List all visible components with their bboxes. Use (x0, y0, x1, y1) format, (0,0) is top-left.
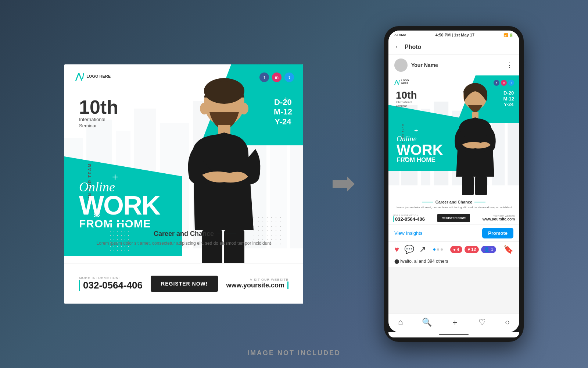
flyer-visit-label: VISIT OUR WEBSITE (226, 278, 288, 282)
flyer-teal-underline (108, 222, 127, 223)
phone-bottom-nav: ⌂ 🔍 ＋ ♡ ○ (388, 314, 519, 332)
phone-comment-icon[interactable]: 💬 (404, 245, 414, 254)
flyer-phone-number: 032-0564-406 (79, 280, 143, 291)
phone-flyer-logo-icon: ⋀/ (394, 79, 400, 85)
arrow-icon (333, 177, 355, 191)
phone-username: Your Name (411, 62, 438, 68)
phone-career-section: Career and Chance Lorem ipsum dolor sit … (388, 197, 519, 212)
phone-dot-2 (437, 248, 439, 251)
svg-marker-19 (333, 177, 355, 191)
flyer-website-block: VISIT OUR WEBSITE www.yoursite.com (226, 278, 288, 289)
phone-heart-count: 12 (471, 247, 476, 252)
phone-liked-by: ⬤ lwaito, al and 394 others (388, 257, 519, 267)
phone-bottom-bar: MORE INFORMATION: 032-0564-406 REGISTER … (388, 212, 519, 225)
flyer-career-desc: Lorem ipsum dolor sit amet, consectetur … (92, 240, 276, 247)
flyer-website-url: www.yoursite.com (226, 282, 288, 289)
flyer-work-text: WORK (79, 194, 160, 217)
phone-phone-block: MORE INFORMATION: 032-0564-406 (393, 214, 425, 222)
phone-flyer-event: 10th InternationalSeminar (396, 90, 417, 108)
flyer-event-info: 10th International Seminar (79, 98, 118, 129)
phone-action-bar: ♥ 💬 ↗ ● 4 ♥ 12 (388, 242, 519, 257)
flyer-card: ⋀/ LOGO HERE »»»» f in t + 10th Internat… (64, 64, 303, 304)
phone-comment-icon-small: ● (453, 247, 456, 252)
phone-back-icon[interactable]: ← (394, 43, 401, 51)
phone-flyer-chevrons-bottom: »» (404, 155, 407, 160)
phone-nav-heart[interactable]: ♡ (478, 318, 486, 327)
phone-user-badge: 👤 1 (481, 246, 496, 253)
flyer-logo-text: LOGO HERE (86, 74, 111, 79)
flyer-logo-icon: ⋀/ (75, 72, 84, 81)
phone-website-block: VISIT OUR WEBSITE www.yoursite.com (483, 215, 515, 221)
phone-user-icon-small: 👤 (484, 247, 490, 252)
phone-app-title: Photo (405, 44, 421, 50)
phone-dot-3 (441, 248, 443, 251)
phone-flyer-plus: + (414, 127, 418, 135)
phone-website-url: www.yoursite.com (483, 217, 515, 221)
phone-time: 4:50 PM | 1st May 17 (435, 33, 474, 37)
phone-heart-icon[interactable]: ♥ (394, 245, 399, 254)
phone-comment-badge: ● 4 (450, 246, 462, 253)
main-container: ⋀/ LOGO HERE »»»» f in t + 10th Internat… (64, 26, 524, 342)
phone-flyer-logo-text: LOGOHERE (401, 79, 409, 85)
phone-status-icons: 📶 🔋 (503, 33, 513, 37)
phone-status-bar: ALAMA 4:50 PM | 1st May 17 📶 🔋 (388, 31, 519, 39)
flyer-from-home-text: FROM HOME (79, 217, 160, 230)
flyer-logo: ⋀/ LOGO HERE (75, 72, 111, 81)
phone-home-indicator (388, 332, 519, 337)
flyer-register-button[interactable]: REGISTER NOW! (151, 276, 218, 292)
phone-network: ALAMA (394, 33, 406, 37)
flyer-career-title: Career and Chance (92, 230, 276, 238)
phone-career-title: Career and Chance (394, 200, 513, 204)
phone-insights-bar: View Insights Promote (388, 225, 519, 242)
flyer-event-number: 10th (79, 98, 118, 117)
svg-point-17 (200, 103, 209, 114)
arrow-container (333, 177, 355, 191)
phone-person-figure (438, 81, 512, 197)
phone-dot-1 (433, 248, 435, 251)
phone-share-icon[interactable]: ↗ (419, 245, 426, 254)
phone-register-button[interactable]: REGISTER NOW! (437, 214, 470, 222)
flyer-chevrons-bottom: »» (94, 211, 99, 219)
phone-flyer-event-number: 10th (396, 90, 417, 100)
phone-mockup: ALAMA 4:50 PM | 1st May 17 📶 🔋 ← Photo Y… (384, 26, 524, 342)
flyer-bottom-bar: MORE INFORMATION: 032-0564-406 REGISTER … (64, 263, 303, 304)
phone-promote-button[interactable]: Promote (482, 228, 513, 238)
phone-nav-home[interactable]: ⌂ (398, 318, 403, 327)
phone-nav-search[interactable]: 🔍 (422, 318, 432, 327)
phone-phone-number: 032-0564-406 (393, 216, 425, 222)
svg-rect-30 (462, 177, 474, 195)
phone-heart-badge: ♥ 12 (465, 246, 479, 253)
phone-action-left: ♥ 💬 ↗ (394, 245, 426, 254)
phone-career-desc: Lorem ipsum dolor sit amet, consectetur … (394, 205, 513, 209)
phone-user-count: 1 (491, 247, 493, 252)
phone-nav-profile[interactable]: ○ (505, 318, 510, 327)
bottom-caption: IMAGE NOT INCLUDED (247, 349, 341, 357)
phone-home-bar (439, 334, 469, 335)
phone-flyer-event-subtitle: InternationalSeminar (396, 100, 417, 108)
flyer-phone-block: MORE INFORMATION: 032-0564-406 (79, 276, 143, 291)
svg-point-18 (240, 103, 248, 114)
phone-post-header: Your Name ⋮ (388, 55, 519, 75)
flyer-career-section: Career and Chance Lorem ipsum dolor sit … (92, 230, 276, 247)
phone-user-avatar (394, 59, 408, 72)
phone-flyer-work: WORK (397, 143, 443, 156)
phone-comment-count: 4 (457, 247, 459, 252)
flyer-event-subtitle: International Seminar (79, 117, 118, 129)
phone-post-user: Your Name (394, 59, 438, 72)
phone-story-dots (433, 248, 443, 251)
phone-nav-add[interactable]: ＋ (451, 317, 459, 328)
phone-flyer-main-text: Online WORK FROM HOME (397, 135, 443, 164)
flyer-more-info-label: MORE INFORMATION: (79, 276, 143, 280)
phone-heart-icon-small: ♥ (467, 247, 470, 252)
phone-bookmark-icon[interactable]: 🔖 (503, 245, 513, 254)
phone-app-header: ← Photo (388, 39, 519, 55)
phone-view-insights[interactable]: View Insights (394, 230, 422, 236)
svg-rect-31 (475, 177, 487, 195)
phone-notifications: ● 4 ♥ 12 👤 1 (450, 246, 496, 253)
phone-flyer-logo: ⋀/ LOGOHERE (394, 79, 409, 85)
phone-flyer-preview: ⋀/ LOGOHERE »»»» f in t 10th Internation… (388, 75, 519, 197)
phone-more-dots[interactable]: ⋮ (506, 61, 513, 69)
phone-screen: ALAMA 4:50 PM | 1st May 17 📶 🔋 ← Photo Y… (388, 31, 519, 332)
